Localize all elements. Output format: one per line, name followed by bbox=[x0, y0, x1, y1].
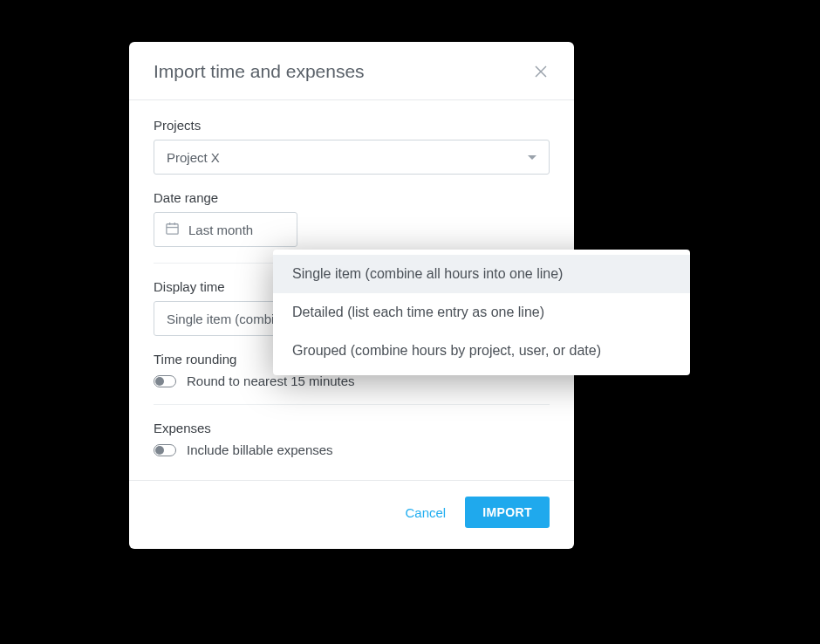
projects-value: Project X bbox=[167, 150, 220, 165]
svg-rect-2 bbox=[167, 224, 178, 234]
dropdown-option-single[interactable]: Single item (combine all hours into one … bbox=[273, 255, 690, 293]
expenses-row: Include billable expenses bbox=[154, 442, 550, 457]
toggle-knob bbox=[155, 446, 164, 455]
expenses-field: Expenses Include billable expenses bbox=[154, 421, 550, 457]
expenses-toggle[interactable] bbox=[154, 444, 176, 456]
projects-field: Projects Project X bbox=[154, 118, 550, 175]
time-rounding-toggle-label: Round to nearest 15 minutes bbox=[187, 373, 355, 388]
close-button[interactable] bbox=[532, 63, 550, 80]
date-range-value: Last month bbox=[188, 223, 253, 237]
projects-label: Projects bbox=[154, 118, 550, 133]
modal-title: Import time and expenses bbox=[154, 61, 365, 82]
divider bbox=[154, 404, 550, 405]
time-rounding-row: Round to nearest 15 minutes bbox=[154, 373, 550, 388]
display-time-value: Single item (combi bbox=[167, 312, 274, 326]
date-range-label: Date range bbox=[154, 190, 550, 205]
display-time-dropdown: Single item (combine all hours into one … bbox=[273, 250, 690, 375]
modal-footer: Cancel IMPORT bbox=[129, 480, 574, 549]
date-range-field: Date range Last month bbox=[154, 190, 550, 247]
modal-header: Import time and expenses bbox=[129, 42, 574, 100]
toggle-knob bbox=[155, 377, 164, 386]
close-icon bbox=[534, 65, 548, 79]
date-range-select[interactable]: Last month bbox=[154, 212, 297, 247]
time-rounding-toggle[interactable] bbox=[154, 375, 176, 387]
expenses-toggle-label: Include billable expenses bbox=[187, 442, 333, 457]
dropdown-option-detailed[interactable]: Detailed (list each time entry as one li… bbox=[273, 293, 690, 332]
calendar-icon bbox=[165, 221, 180, 238]
dropdown-option-grouped[interactable]: Grouped (combine hours by project, user,… bbox=[273, 332, 690, 370]
expenses-label: Expenses bbox=[154, 421, 550, 435]
cancel-button[interactable]: Cancel bbox=[405, 505, 446, 520]
import-button[interactable]: IMPORT bbox=[465, 497, 550, 528]
chevron-down-icon bbox=[528, 155, 536, 160]
projects-select[interactable]: Project X bbox=[154, 140, 550, 175]
